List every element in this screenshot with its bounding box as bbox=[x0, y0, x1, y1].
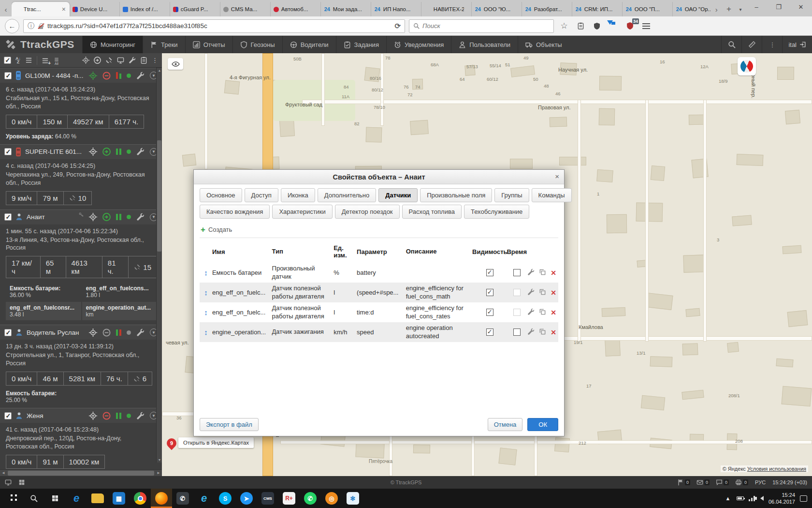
object-settings-icon[interactable] bbox=[136, 213, 145, 221]
phone-app-icon[interactable]: ✆ bbox=[172, 489, 193, 508]
dialog-tab[interactable]: Датчики bbox=[378, 188, 418, 202]
dialog-tab[interactable]: Основное bbox=[200, 188, 242, 202]
browser-tab[interactable]: 24 Разобрат... bbox=[522, 2, 572, 16]
tab-scroll-left[interactable]: ‹ bbox=[0, 2, 12, 16]
map-visibility-eye-button[interactable] bbox=[168, 58, 183, 70]
object-checkbox[interactable] bbox=[4, 412, 12, 419]
motion-indicator-icon[interactable] bbox=[116, 329, 122, 336]
dialog-tab[interactable]: Качество вождения bbox=[200, 205, 270, 219]
list-add-icon[interactable]: + bbox=[42, 56, 49, 64]
dialog-tab[interactable]: Доступ bbox=[245, 188, 278, 202]
map-marker[interactable]: 9 bbox=[167, 438, 176, 451]
more-options-icon[interactable]: ⋮ bbox=[762, 36, 782, 53]
dialog-tab[interactable]: Команды bbox=[532, 188, 572, 202]
dialog-tab[interactable]: Произвольные поля bbox=[420, 188, 492, 202]
tray-expand-icon[interactable]: ▲ bbox=[724, 494, 732, 502]
copy-sensor-icon[interactable] bbox=[539, 308, 546, 317]
user-menu[interactable]: ital bbox=[782, 36, 812, 53]
visibility-checkbox[interactable] bbox=[486, 269, 493, 276]
blocked-icon[interactable] bbox=[102, 412, 111, 420]
browser-tab[interactable]: НАВИТЕХ-20... bbox=[421, 2, 472, 16]
time-checkbox[interactable] bbox=[513, 309, 521, 316]
tracking-shield-icon[interactable] bbox=[591, 20, 603, 32]
browser-tab[interactable]: 24 CRM: ИП... bbox=[572, 2, 623, 16]
time-checkbox[interactable] bbox=[513, 269, 521, 276]
sidebar-horizontal-scrollbar[interactable]: ◄► bbox=[0, 469, 162, 476]
maximize-button[interactable]: ❐ bbox=[768, 0, 790, 14]
tab-scroll-right[interactable]: › bbox=[710, 2, 722, 16]
object-checkbox[interactable] bbox=[4, 213, 12, 221]
nav-item[interactable]: Геозоны bbox=[232, 36, 282, 53]
offline-icon[interactable] bbox=[102, 329, 111, 337]
list-icon[interactable] bbox=[25, 57, 32, 64]
ie-icon[interactable]: e bbox=[193, 489, 215, 508]
nav-item[interactable]: Задания bbox=[336, 36, 386, 53]
object-row[interactable]: Водитель Руслан ▼ bbox=[0, 325, 162, 340]
dialog-tab[interactable]: Дополнительно bbox=[318, 188, 377, 202]
nav-item[interactable]: Треки bbox=[143, 36, 185, 53]
pocket-icon[interactable] bbox=[574, 20, 587, 32]
dialog-tab[interactable]: Иконка bbox=[281, 188, 315, 202]
whatsapp-icon[interactable]: ✆ bbox=[300, 489, 321, 508]
terms-of-use-link[interactable]: Условия использования bbox=[747, 466, 806, 472]
copy-sensor-icon[interactable] bbox=[539, 288, 546, 297]
firefox-icon[interactable] bbox=[151, 489, 172, 508]
locate-icon[interactable] bbox=[89, 72, 97, 80]
dialog-tab[interactable]: Характеристики bbox=[272, 205, 332, 219]
menu-hamburger-icon[interactable] bbox=[640, 20, 652, 32]
ignition-bars-icon[interactable] bbox=[116, 149, 122, 155]
tab-list-dropdown[interactable]: ▾ bbox=[736, 2, 745, 16]
select-all-checkbox[interactable] bbox=[4, 57, 11, 64]
browser-tab[interactable]: cGuard P... bbox=[170, 2, 220, 16]
cancel-button[interactable]: Отмена bbox=[488, 418, 523, 431]
close-window-button[interactable]: ✕ bbox=[790, 0, 812, 14]
browser-tab[interactable]: 24 ООО "Ю... bbox=[472, 2, 522, 16]
search-input[interactable] bbox=[422, 22, 550, 30]
dialog-tab[interactable]: Расход топлива bbox=[402, 205, 462, 219]
object-row[interactable]: GL100M - 4484 -п... ▼ bbox=[0, 68, 162, 83]
insecure-lock-icon[interactable] bbox=[38, 23, 44, 30]
status-badge[interactable]: 0 bbox=[716, 479, 729, 486]
gps-app-icon[interactable]: ◎ bbox=[321, 489, 342, 508]
open-in-yandex-maps-link[interactable]: Открыть в Яндекс.Картах bbox=[178, 437, 254, 448]
header-search-icon[interactable] bbox=[721, 36, 741, 53]
object-checkbox[interactable] bbox=[4, 148, 12, 155]
cms-app-icon[interactable]: CMS bbox=[257, 489, 278, 508]
nav-item[interactable]: Отчеты bbox=[185, 36, 232, 53]
locate-icon[interactable] bbox=[89, 412, 97, 420]
list-all-icon[interactable]: All bbox=[53, 55, 60, 65]
nav-item[interactable]: Объекты bbox=[518, 36, 569, 53]
tab-close-icon[interactable]: × bbox=[61, 5, 67, 13]
object-settings-icon[interactable] bbox=[136, 72, 145, 80]
task-view-icon[interactable] bbox=[44, 489, 66, 508]
browser-tab[interactable]: Ttrac... × bbox=[12, 2, 70, 16]
dialog-tab[interactable]: Детектор поездок bbox=[335, 205, 400, 219]
reload-button[interactable]: ⟳ bbox=[394, 22, 401, 30]
export-to-file-button[interactable]: Экспорт в файл bbox=[200, 418, 259, 431]
visibility-checkbox[interactable] bbox=[486, 289, 493, 296]
follow-all-icon[interactable] bbox=[94, 57, 101, 64]
moving-icon[interactable] bbox=[102, 148, 111, 156]
store-app-icon[interactable]: ▦ bbox=[108, 489, 130, 508]
snowflake-app-icon[interactable]: ✻ bbox=[342, 489, 363, 508]
drag-handle-icon[interactable]: ↕ bbox=[200, 328, 212, 336]
moving-icon[interactable] bbox=[102, 213, 111, 221]
battery-icon[interactable] bbox=[737, 496, 744, 500]
visibility-checkbox[interactable] bbox=[486, 309, 493, 316]
blocked-icon[interactable] bbox=[102, 72, 111, 80]
nav-item[interactable]: Уведомления bbox=[386, 36, 451, 53]
locate-icon[interactable] bbox=[89, 329, 97, 337]
browser-tab[interactable]: 24 ОАО "Ор... bbox=[673, 2, 711, 16]
browser-tab[interactable]: 24 ИП Напо... bbox=[371, 2, 421, 16]
url-text[interactable]: ttrackgps.ru/?sid=047ef1d77f2a7f251bcd48… bbox=[47, 22, 391, 30]
delete-sensor-icon[interactable]: ✕ bbox=[551, 289, 556, 297]
object-row[interactable]: Анаит ▼ bbox=[0, 209, 162, 224]
taskbar-clock[interactable]: 15:24 06.04.2017 bbox=[768, 492, 795, 506]
taskbar-search-icon[interactable] bbox=[23, 489, 44, 508]
nav-item[interactable]: Водители bbox=[282, 36, 336, 53]
skype-icon[interactable]: S bbox=[215, 489, 236, 508]
time-checkbox[interactable] bbox=[513, 329, 521, 336]
browser-tab[interactable]: Автомоб... bbox=[271, 2, 321, 16]
network-icon[interactable] bbox=[749, 496, 755, 501]
status-badge[interactable]: 0 bbox=[696, 479, 710, 486]
